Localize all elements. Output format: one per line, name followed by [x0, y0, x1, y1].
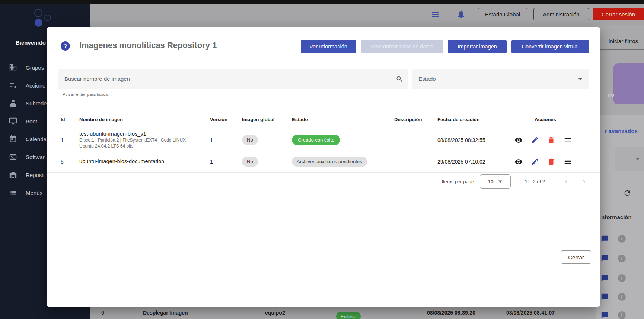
- calendar-icon: [9, 135, 17, 143]
- modal-title: Imagenes monolíticas Repository 1: [79, 41, 217, 50]
- search-placeholder: Buscar nombre de imagen: [64, 76, 130, 82]
- ver-informacion-button[interactable]: Ver Información: [301, 40, 356, 53]
- view-eye-icon[interactable]: [514, 158, 523, 166]
- table-row: 1 test-ubuntu-imagen-bios_v1 Disco:1 | P…: [47, 129, 600, 151]
- estado-global-button[interactable]: Estado Global: [478, 8, 527, 20]
- col-header-estado: Estado: [292, 117, 394, 122]
- bg-row-date1: 08/08/2025 08:39:20: [427, 310, 475, 316]
- status-badge-exitoso: Exitoso: [336, 312, 361, 319]
- divider: [603, 306, 644, 306]
- row-menu-icon[interactable]: [564, 136, 572, 144]
- background-select-field[interactable]: [615, 147, 644, 171]
- info-icon[interactable]: i: [618, 293, 626, 301]
- message-icon[interactable]: [600, 255, 609, 262]
- network-tree-icon: [9, 99, 17, 107]
- info-icon[interactable]: i: [618, 274, 626, 282]
- cell-acciones: [504, 136, 600, 144]
- importar-imagen-button[interactable]: Importar imagen: [448, 40, 507, 53]
- bg-row-id: 6: [101, 310, 104, 316]
- global-badge: No: [242, 157, 258, 167]
- paginator: Items per page: 10 1 – 2 of 2 ‹ ›: [47, 173, 600, 190]
- info-icon[interactable]: i: [618, 235, 626, 243]
- sidebar-item-label: Grupos: [26, 64, 44, 71]
- image-detail-os: Ubuntu 24.04.2 LTS 64 bits: [79, 143, 210, 149]
- message-icon[interactable]: [600, 293, 609, 301]
- delete-trash-icon[interactable]: [547, 136, 555, 144]
- message-icon[interactable]: [600, 311, 609, 319]
- sidebar-item-label: Reposit: [26, 172, 45, 178]
- administracion-button[interactable]: Administración: [533, 8, 589, 20]
- sidebar-item-label: Accione: [26, 82, 45, 89]
- col-header-id: Id: [61, 117, 79, 122]
- cell-name: test-ubuntu-imagen-bios_v1 Disco:1 | Par…: [79, 131, 210, 149]
- bg-row-date2: 08/08/2025 08:41:07: [506, 310, 555, 316]
- cell-imagen-global: No: [242, 135, 292, 145]
- estado-filter-select[interactable]: Estado: [412, 69, 589, 89]
- delete-trash-icon[interactable]: [547, 158, 555, 166]
- images-table: Id Nombre de imagen Version Imagen globa…: [47, 110, 600, 173]
- bg-row-action: Desplegar Imagen: [143, 310, 188, 316]
- items-per-page-select[interactable]: 10: [480, 174, 511, 189]
- message-icon[interactable]: [600, 274, 609, 282]
- cell-estado: Archivos auxiliares pendientes: [292, 157, 394, 167]
- notifications-bell-icon[interactable]: [457, 10, 466, 19]
- cerrar-sesion-button[interactable]: Cerrar sesión: [593, 8, 644, 20]
- sidebar-item-label: Boot: [26, 118, 37, 124]
- top-bar: Estado Global Administración Cerrar sesi…: [90, 4, 644, 25]
- help-icon[interactable]: ?: [61, 41, 70, 51]
- col-header-descripcion: Descripción: [394, 117, 437, 122]
- search-input[interactable]: Buscar nombre de imagen: [58, 69, 408, 89]
- row-menu-icon[interactable]: [564, 158, 572, 166]
- chevron-down-icon: [578, 78, 583, 80]
- cell-fecha: 29/08/2025 07:10:02: [437, 159, 504, 165]
- sincronizar-bd-button[interactable]: Sincronizar base de datos: [361, 40, 443, 53]
- filtros-avanzados-link[interactable]: r avanzados: [605, 128, 638, 134]
- cell-id: 1: [61, 137, 79, 143]
- col-header-fecha: Fecha de creación: [437, 117, 504, 122]
- items-per-page-label: Items per page:: [441, 179, 475, 184]
- col-header-version: Version: [210, 117, 242, 122]
- top-black-strip: [0, 0, 644, 4]
- convertir-imagen-virtual-button[interactable]: Convertir imagen virtual: [511, 40, 589, 53]
- welcome-text: Bienvenido: [16, 40, 46, 46]
- cell-fecha: 08/08/2025 08:32:55: [437, 137, 504, 143]
- sidebar-item-label: Subrede: [26, 100, 47, 107]
- list-icon: [9, 189, 17, 197]
- search-hint: Pulsar 'enter' para buscar: [63, 92, 109, 97]
- divider: [603, 249, 644, 249]
- col-header-nombre: Nombre de imagen: [79, 117, 210, 122]
- status-purple-card: [613, 63, 644, 104]
- cell-version: 1: [210, 137, 242, 143]
- table-row: 5 ubuntu-imagen-bios-documentation 1 No …: [47, 151, 600, 173]
- cerrar-button[interactable]: Cerrar: [561, 250, 591, 264]
- sidebar-item-label: Calenda: [26, 136, 47, 142]
- warehouse-icon: [9, 171, 17, 179]
- informacion-header-fragment: nformación: [601, 214, 632, 220]
- table-header-row: Id Nombre de imagen Version Imagen globa…: [47, 110, 600, 129]
- info-icon[interactable]: i: [618, 311, 626, 319]
- message-icon[interactable]: [600, 235, 609, 243]
- previous-page-icon[interactable]: ‹: [561, 177, 571, 186]
- view-eye-icon[interactable]: [514, 136, 523, 144]
- image-detail-partition: Disco:1 | Partición:2 | FileSystem:EXT4 …: [79, 137, 210, 143]
- next-page-icon[interactable]: ›: [579, 177, 589, 186]
- edit-pencil-icon[interactable]: [531, 158, 539, 166]
- items-per-page-value: 10: [488, 179, 493, 184]
- col-header-acciones: Acciones: [504, 117, 600, 122]
- image-name: test-ubuntu-imagen-bios_v1: [79, 131, 210, 137]
- refresh-icon[interactable]: [623, 189, 631, 197]
- divider: [600, 56, 644, 56]
- buildings-icon: [9, 63, 17, 72]
- search-icon: [396, 75, 403, 83]
- cell-imagen-global: No: [242, 157, 292, 167]
- col-header-imagen-global: Imagen global: [242, 117, 292, 122]
- divider: [603, 287, 644, 287]
- info-icon[interactable]: i: [618, 255, 626, 262]
- hamburger-menu-icon[interactable]: [431, 10, 440, 19]
- cell-version: 1: [210, 159, 242, 165]
- image-name: ubuntu-imagen-bios-documentation: [79, 158, 210, 165]
- edit-pencil-icon[interactable]: [531, 136, 539, 144]
- chevron-down-icon: [635, 158, 640, 160]
- terminal-icon: [9, 153, 17, 161]
- paginator-range: 1 – 2 of 2: [525, 179, 545, 184]
